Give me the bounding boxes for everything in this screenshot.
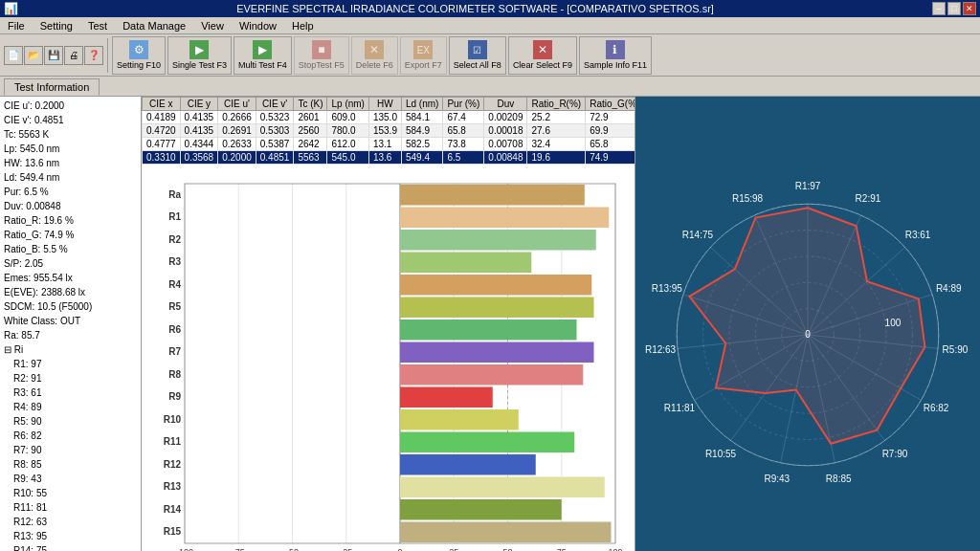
single-test-button[interactable]: ▶ Single Test F3 (167, 36, 232, 75)
export-icon: EX (413, 40, 433, 59)
select-all-button[interactable]: ☑ Select All F8 (449, 36, 506, 75)
left-panel-item: Ratio_G: 74.9 % (2, 228, 139, 242)
title-text: EVERFINE SPECTRAL IRRADIANCE COLORIMETER… (236, 3, 714, 14)
table-header: CIE xCIE yCIE u'CIE v'Tc (K)Lp (nm)HWLd … (143, 98, 635, 111)
table-cell: 32.4 (527, 138, 586, 151)
table-cell: 27.6 (527, 124, 586, 138)
cri-chart-canvas (142, 165, 635, 551)
table-cell: 609.0 (327, 111, 368, 124)
print-icon[interactable]: 🖨 (64, 46, 83, 65)
table-cell: 0.4851 (256, 151, 294, 165)
close-button[interactable]: ✕ (963, 2, 976, 15)
table-cell: 0.2633 (218, 138, 256, 151)
ri-tree-root[interactable]: ⊟ Ri (2, 342, 139, 357)
tab-bar: Test Information (0, 77, 980, 96)
ri-tree-child: R3: 61 (2, 386, 139, 400)
table-cell: 72.9 (586, 111, 635, 124)
clear-select-button[interactable]: ✕ Clear Select F9 (508, 36, 577, 75)
left-panel-item: E(EVE): 2388.68 lx (2, 285, 139, 299)
table-cell: 5563 (294, 151, 327, 165)
table-cell: 584.9 (401, 124, 442, 138)
menu-data-manage[interactable]: Data Manage (119, 19, 189, 33)
export-button[interactable]: EX Export F7 (400, 36, 447, 75)
measurements-table: CIE xCIE yCIE u'CIE v'Tc (K)Lp (nm)HWLd … (142, 97, 635, 165)
table-cell: 0.5323 (256, 111, 294, 124)
title-bar: 📊 EVERFINE SPECTRAL IRRADIANCE COLORIMET… (0, 0, 980, 17)
table-header-cell: CIE u' (218, 98, 256, 111)
sample-info-icon: ℹ (606, 40, 625, 59)
menu-help[interactable]: Help (288, 19, 318, 33)
setting-icon: ⚙ (129, 40, 148, 59)
left-panel-item: CIE u': 0.2000 (2, 99, 139, 113)
right-panel (635, 97, 980, 551)
table-cell: 2601 (294, 111, 327, 124)
ri-tree-child: R6: 82 (2, 429, 139, 443)
table-header-cell: Ld (nm) (401, 98, 442, 111)
table-cell: 0.5387 (256, 138, 294, 151)
table-row[interactable]: 0.33100.35680.20000.48515563545.013.6549… (143, 151, 635, 165)
table-cell: 584.1 (401, 111, 442, 124)
table-cell: 65.8 (443, 124, 484, 138)
table-row[interactable]: 0.41890.41350.26660.53232601609.0135.058… (143, 111, 635, 124)
single-test-icon: ▶ (189, 40, 209, 59)
table-cell: 73.8 (443, 138, 484, 151)
left-panel-item: Lp: 545.0 nm (2, 142, 139, 156)
menu-view[interactable]: View (197, 19, 228, 33)
minimize-button[interactable]: – (932, 2, 946, 15)
table-cell: 0.3568 (180, 151, 218, 165)
ri-tree-child: R9: 43 (2, 472, 139, 486)
table-cell: 6.5 (443, 151, 484, 165)
table-row[interactable]: 0.47200.41350.26910.53032560780.0153.958… (143, 124, 635, 138)
test-info-tab[interactable]: Test Information (4, 78, 100, 96)
table-cell: 0.4777 (143, 138, 181, 151)
table-header-cell: HW (368, 98, 401, 111)
table-cell: 0.2691 (218, 124, 256, 138)
ri-tree-child: R12: 63 (2, 515, 139, 529)
table-cell: 0.2000 (218, 151, 256, 165)
sample-info-button[interactable]: ℹ Sample Info F11 (579, 36, 652, 75)
title-controls: – □ ✕ (932, 2, 976, 15)
setting-button[interactable]: ⚙ Setting F10 (112, 36, 166, 75)
menu-setting[interactable]: Setting (36, 19, 77, 33)
ri-tree-child: R1: 97 (2, 357, 139, 371)
table-header-cell: Lp (nm) (327, 98, 368, 111)
ri-tree-child: R13: 95 (2, 529, 139, 543)
table-header-cell: Duv (484, 98, 527, 111)
left-items: CIE u': 0.2000CIE v': 0.4851Tc: 5563 KLp… (2, 99, 139, 551)
save-icon[interactable]: 💾 (44, 46, 63, 65)
toolbar: 📄 📂 💾 🖨 ❓ ⚙ Setting F10 ▶ Single Test F3… (0, 34, 980, 77)
left-panel-item: SDCM: 10.5 (F5000) (2, 299, 139, 314)
center-panel: CIE xCIE yCIE u'CIE v'Tc (K)Lp (nm)HWLd … (142, 97, 635, 551)
table-row[interactable]: 0.47770.43440.26330.53872642612.013.1582… (143, 138, 635, 151)
new-icon[interactable]: 📄 (4, 46, 23, 65)
table-body: 0.41890.41350.26660.53232601609.0135.058… (143, 111, 635, 165)
left-panel-item: CIE v': 0.4851 (2, 113, 139, 127)
stop-test-button[interactable]: ■ StopTest F5 (294, 36, 349, 75)
ri-tree-child: R8: 85 (2, 457, 139, 472)
menu-file[interactable]: File (4, 19, 29, 33)
left-panel: CIE u': 0.2000CIE v': 0.4851Tc: 5563 KLp… (0, 97, 142, 551)
left-panel-item: Ra: 85.7 (2, 328, 139, 342)
sep1 (107, 38, 108, 73)
left-panel-item: S/P: 2.05 (2, 256, 139, 271)
multi-test-button[interactable]: ▶ Multi Test F4 (234, 36, 292, 75)
table-cell: 545.0 (327, 151, 368, 165)
menu-window[interactable]: Window (235, 19, 280, 33)
maximize-button[interactable]: □ (947, 2, 961, 15)
left-panel-item: Ld: 549.4 nm (2, 170, 139, 185)
table-cell: 0.2666 (218, 111, 256, 124)
menu-test[interactable]: Test (84, 19, 111, 33)
ri-tree-child: R7: 90 (2, 443, 139, 457)
table-cell: 0.4344 (180, 138, 218, 151)
open-icon[interactable]: 📂 (24, 46, 43, 65)
chart-area (142, 165, 635, 551)
help-icon[interactable]: ❓ (84, 46, 103, 65)
radar-chart-canvas (635, 97, 980, 551)
ri-tree-child: R5: 90 (2, 414, 139, 429)
left-panel-item: HW: 13.6 nm (2, 156, 139, 170)
delete-button[interactable]: ✕ Delete F6 (351, 36, 398, 75)
stop-icon: ■ (312, 40, 331, 59)
table-cell: 0.4135 (180, 111, 218, 124)
multi-test-icon: ▶ (253, 40, 272, 59)
table-cell: 13.6 (368, 151, 401, 165)
